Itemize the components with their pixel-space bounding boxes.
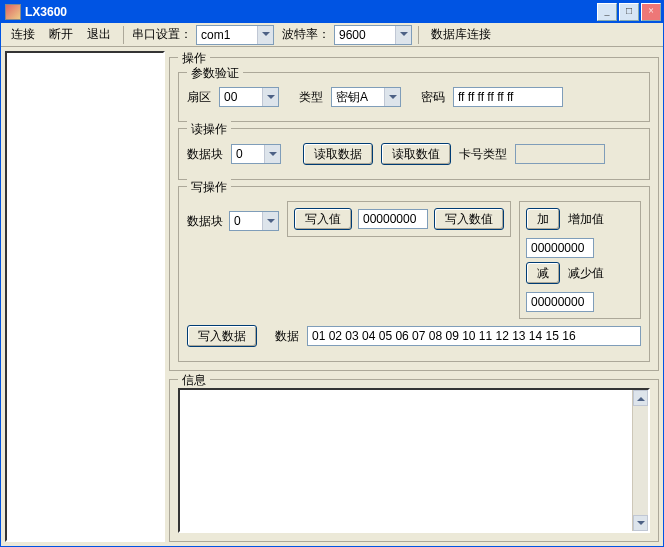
info-textarea[interactable] bbox=[178, 388, 650, 533]
chevron-down-icon bbox=[262, 88, 278, 106]
app-window: LX3600 _ □ × 连接 断开 退出 串口设置： com1 波特率： 96… bbox=[0, 0, 664, 547]
serial-label: 串口设置： bbox=[130, 24, 194, 45]
write-block-value: 0 bbox=[234, 214, 262, 228]
scroll-down-icon[interactable] bbox=[633, 515, 648, 531]
titlebar: LX3600 _ □ × bbox=[1, 1, 663, 23]
chevron-down-icon bbox=[257, 26, 273, 44]
chevron-down-icon bbox=[395, 26, 411, 44]
chevron-down-icon bbox=[262, 212, 278, 230]
write-block-combo[interactable]: 0 bbox=[229, 211, 279, 231]
window-title: LX3600 bbox=[25, 5, 597, 19]
type-value: 密钥A bbox=[336, 89, 384, 106]
read-value-button[interactable]: 读取数值 bbox=[381, 143, 451, 165]
sub-button[interactable]: 减 bbox=[526, 262, 560, 284]
device-list[interactable] bbox=[5, 51, 165, 542]
read-block-value: 0 bbox=[236, 147, 264, 161]
inc-dec-box: 加 增加值 减 减少值 bbox=[519, 201, 641, 319]
maximize-button[interactable]: □ bbox=[619, 3, 639, 21]
read-block-label: 数据块 bbox=[187, 146, 223, 163]
read-group: 读操作 数据块 0 读取数据 读取数值 卡号类型 bbox=[178, 128, 650, 180]
separator bbox=[123, 26, 124, 44]
param-title: 参数验证 bbox=[187, 65, 243, 82]
write-value-input[interactable] bbox=[358, 209, 428, 229]
sub-label: 减少值 bbox=[568, 265, 604, 282]
type-label: 类型 bbox=[299, 89, 323, 106]
write-value-button[interactable]: 写入值 bbox=[294, 208, 352, 230]
close-button[interactable]: × bbox=[641, 3, 661, 21]
read-title: 读操作 bbox=[187, 121, 231, 138]
minimize-button[interactable]: _ bbox=[597, 3, 617, 21]
sub-input[interactable] bbox=[526, 292, 594, 312]
write-title: 写操作 bbox=[187, 179, 231, 196]
scroll-up-icon[interactable] bbox=[633, 390, 648, 406]
sector-value: 00 bbox=[224, 90, 262, 104]
password-label: 密码 bbox=[421, 89, 445, 106]
disconnect-menu[interactable]: 断开 bbox=[43, 24, 79, 45]
scrollbar[interactable] bbox=[632, 390, 648, 531]
read-data-button[interactable]: 读取数据 bbox=[303, 143, 373, 165]
exit-menu[interactable]: 退出 bbox=[81, 24, 117, 45]
info-title: 信息 bbox=[178, 372, 210, 389]
serial-combo[interactable]: com1 bbox=[196, 25, 274, 45]
chevron-down-icon bbox=[264, 145, 280, 163]
write-block-label: 数据块 bbox=[187, 213, 223, 230]
read-block-combo[interactable]: 0 bbox=[231, 144, 281, 164]
baud-value: 9600 bbox=[339, 28, 395, 42]
content-area: 操作 参数验证 扇区 00 类型 密钥A 密码 bbox=[1, 47, 663, 546]
password-input[interactable] bbox=[453, 87, 563, 107]
data-input[interactable] bbox=[307, 326, 641, 346]
add-label: 增加值 bbox=[568, 211, 604, 228]
operation-group: 操作 参数验证 扇区 00 类型 密钥A 密码 bbox=[169, 57, 659, 371]
add-input[interactable] bbox=[526, 238, 594, 258]
add-button[interactable]: 加 bbox=[526, 208, 560, 230]
sector-label: 扇区 bbox=[187, 89, 211, 106]
write-num-button[interactable]: 写入数值 bbox=[434, 208, 504, 230]
toolbar: 连接 断开 退出 串口设置： com1 波特率： 9600 数据库连接 bbox=[1, 23, 663, 47]
card-type-label: 卡号类型 bbox=[459, 146, 507, 163]
serial-value: com1 bbox=[201, 28, 257, 42]
baud-combo[interactable]: 9600 bbox=[334, 25, 412, 45]
type-combo[interactable]: 密钥A bbox=[331, 87, 401, 107]
db-connect-menu[interactable]: 数据库连接 bbox=[425, 24, 497, 45]
info-group: 信息 bbox=[169, 379, 659, 542]
baud-label: 波特率： bbox=[280, 24, 332, 45]
separator bbox=[418, 26, 419, 44]
chevron-down-icon bbox=[384, 88, 400, 106]
write-group: 写操作 数据块 0 写入值 写入数值 bbox=[178, 186, 650, 362]
write-value-box: 写入值 写入数值 bbox=[287, 201, 511, 237]
card-type-display bbox=[515, 144, 605, 164]
param-group: 参数验证 扇区 00 类型 密钥A 密码 bbox=[178, 72, 650, 122]
write-data-button[interactable]: 写入数据 bbox=[187, 325, 257, 347]
app-icon bbox=[5, 4, 21, 20]
sector-combo[interactable]: 00 bbox=[219, 87, 279, 107]
connect-menu[interactable]: 连接 bbox=[5, 24, 41, 45]
data-label: 数据 bbox=[275, 328, 299, 345]
right-pane: 操作 参数验证 扇区 00 类型 密钥A 密码 bbox=[169, 51, 659, 542]
